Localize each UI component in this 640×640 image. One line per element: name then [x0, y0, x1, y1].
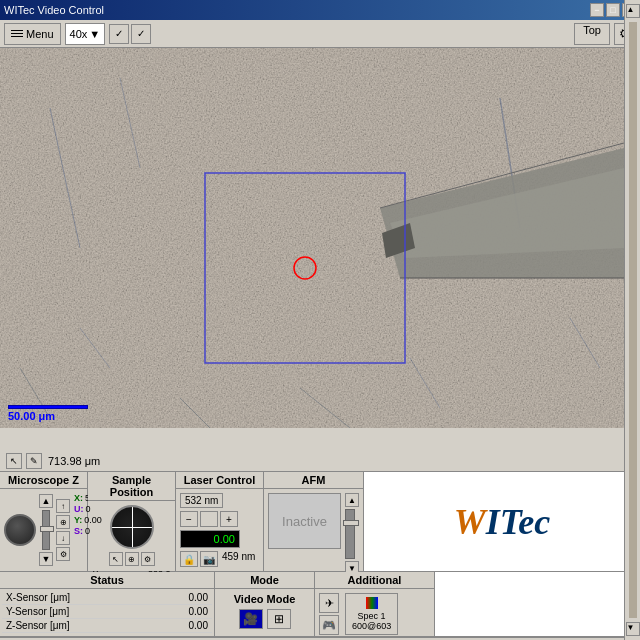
status-row-value: 0.00	[162, 619, 212, 633]
status-header: Status	[0, 572, 214, 589]
status-row-value: 0.00	[162, 591, 212, 605]
status-table-wrapper: X-Sensor [μm] 0.00 Y-Sensor [μm] 0.00 Z-…	[0, 589, 214, 635]
z-knob[interactable]	[4, 514, 36, 546]
afm-right-controls: ▲ ▼	[345, 493, 359, 575]
afm-status-display: Inactive	[268, 493, 341, 549]
mode-panel: Mode Video Mode 🎥 ⊞	[215, 572, 315, 636]
microscope-z-content: ▲ ▼ ↑ ⊕ ↓ ⚙ X: 5.81	[0, 489, 87, 571]
status-table-row: Z-Sensor [μm] 0.00	[2, 619, 212, 633]
sp-btn-3[interactable]: ⚙	[141, 552, 155, 566]
additional-content: ✈ 🎮 Spec 1 600@603	[315, 589, 434, 639]
scale-line	[8, 405, 88, 409]
coordinates-display: 713.98 μm	[48, 455, 100, 467]
status-table-row: X-Sensor [μm] 0.00	[2, 591, 212, 605]
z-up-btn[interactable]: ↑	[56, 499, 70, 513]
cursor-icon[interactable]: ↖	[6, 453, 22, 469]
menu-button[interactable]: Menu	[4, 23, 61, 45]
lc-blank-btn[interactable]	[200, 511, 218, 527]
viewport[interactable]: 50.00 μm	[0, 48, 624, 428]
z-home-btn[interactable]: ⊕	[56, 515, 70, 529]
check-btn-2[interactable]: ✓	[131, 24, 151, 44]
mode-icons: 🎥 ⊞	[239, 609, 291, 629]
z-u-label: U:	[74, 504, 84, 514]
sp-btn-2[interactable]: ⊕	[125, 552, 139, 566]
scope-background-svg	[0, 48, 624, 428]
afm-slider[interactable]	[345, 509, 355, 559]
z-settings-btn[interactable]: ⚙	[56, 547, 70, 561]
crosshair-bg[interactable]	[110, 505, 154, 549]
status-panel: Status X-Sensor [μm] 0.00 Y-Sensor [μm] …	[0, 572, 215, 636]
lc-plus-btn[interactable]: +	[220, 511, 238, 527]
witec-logo: WITec	[454, 501, 551, 543]
additional-header: Additional	[315, 572, 434, 589]
zoom-dropdown-icon: ▼	[89, 28, 100, 40]
spec-color-bar	[366, 597, 378, 609]
status-table-row: Y-Sensor [μm] 0.00	[2, 605, 212, 619]
maximize-button[interactable]: □	[606, 3, 620, 17]
slider-up-btn[interactable]: ▲	[39, 494, 53, 508]
z-down-btn[interactable]: ↓	[56, 531, 70, 545]
laser-control-content: 532 nm − + 0.00 🔒 📷 459 nm	[176, 489, 263, 571]
mode-grid-icon[interactable]: ⊞	[267, 609, 291, 629]
main-toolbar: Menu 40x ▼ ✓ ✓ Top ⚙	[0, 20, 640, 48]
z-s-label: S:	[74, 526, 83, 536]
spec-box[interactable]: Spec 1 600@603	[345, 593, 398, 635]
lc-icon-2[interactable]: 📷	[200, 551, 218, 567]
laser-control-header: Laser Control	[176, 472, 263, 489]
add-icon-1[interactable]: ✈	[319, 593, 339, 613]
slider-down-btn[interactable]: ▼	[39, 552, 53, 566]
lc-wavelength-row: 532 nm	[180, 493, 259, 508]
crosshair	[110, 505, 154, 549]
status-table: X-Sensor [μm] 0.00 Y-Sensor [μm] 0.00 Z-…	[2, 591, 212, 633]
status-row-label: Y-Sensor [μm]	[2, 605, 162, 619]
right-empty-area	[435, 572, 640, 636]
z-x-label: X:	[74, 493, 83, 503]
sample-position-header: Sample Position	[88, 472, 175, 501]
slider-track[interactable]	[42, 510, 50, 550]
scale-value: 50.00 μm	[8, 410, 55, 422]
status-row-label: Z-Sensor [μm]	[2, 619, 162, 633]
zoom-selector[interactable]: 40x ▼	[65, 23, 106, 45]
lc-minus-btn[interactable]: −	[180, 511, 198, 527]
afm-thumb[interactable]	[343, 520, 359, 526]
laser-value-display: 0.00	[180, 530, 240, 548]
afm-up-btn[interactable]: ▲	[345, 493, 359, 507]
panels-row: Microscope Z ▲ ▼ ↑ ⊕ ↓ ⚙	[0, 472, 640, 572]
sp-buttons: ↖ ⊕ ⚙	[109, 552, 155, 566]
lc-buttons: − +	[180, 511, 259, 527]
scroll-up-btn[interactable]: ▲	[626, 4, 640, 18]
checkbox-buttons: ✓ ✓	[109, 24, 151, 44]
lc-icon-1[interactable]: 🔒	[180, 551, 198, 567]
laser-control-panel: Laser Control 532 nm − + 0.00 🔒 📷 459 nm	[176, 472, 264, 571]
bottom-row: Status X-Sensor [μm] 0.00 Y-Sensor [μm] …	[0, 572, 640, 637]
spec-value: 600@603	[352, 621, 391, 631]
add-icon-2[interactable]: 🎮	[319, 615, 339, 635]
witec-logo-italic: W	[454, 502, 486, 542]
sp-btn-1[interactable]: ↖	[109, 552, 123, 566]
scroll-down-btn[interactable]: ▼	[626, 622, 640, 636]
witec-logo-text: ITec	[486, 502, 551, 542]
crosshair-v-line	[132, 507, 133, 547]
pencil-icon[interactable]: ✎	[26, 453, 42, 469]
view-toolbar: ↖ ✎ 713.98 μm	[0, 450, 640, 472]
viewport-scrollbar[interactable]: ▲ ▼	[624, 0, 640, 640]
scale-bar: 50.00 μm	[8, 405, 88, 422]
slider-thumb[interactable]	[40, 526, 54, 532]
lc-icon-row: 🔒 📷 459 nm	[180, 551, 259, 567]
window-title: WITec Video Control	[4, 4, 104, 16]
view-icons: ↖ ✎	[6, 453, 42, 469]
afm-content: Inactive ▲ ▼	[264, 489, 363, 579]
top-button[interactable]: Top	[574, 23, 610, 45]
scroll-track	[629, 22, 637, 618]
mode-video-icon[interactable]: 🎥	[239, 609, 263, 629]
check-btn-1[interactable]: ✓	[109, 24, 129, 44]
wavelength-display: 532 nm	[180, 493, 223, 508]
lc-inner: 532 nm − + 0.00 🔒 📷 459 nm	[180, 493, 259, 567]
zoom-value: 40x	[70, 28, 88, 40]
main-area: 50.00 μm ▲ ▼	[0, 48, 640, 450]
menu-label: Menu	[26, 28, 54, 40]
sample-position-panel: Sample Position ↖ ⊕ ⚙ X: 322.2	[88, 472, 176, 571]
minimize-button[interactable]: −	[590, 3, 604, 17]
status-row-value: 0.00	[162, 605, 212, 619]
afm-panel: AFM Inactive ▲ ▼	[264, 472, 364, 571]
